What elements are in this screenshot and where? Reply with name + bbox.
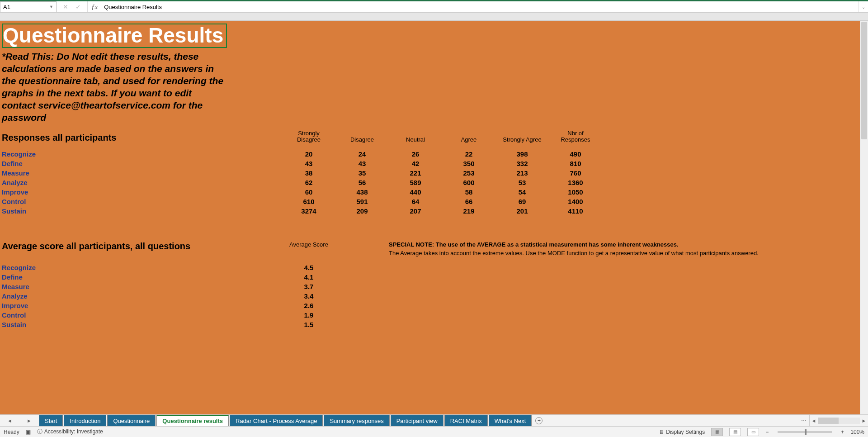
table-cell: 219 (442, 207, 495, 215)
add-sheet-button[interactable]: + (533, 415, 545, 426)
tabs-more-icon[interactable]: ⋯ (798, 415, 809, 426)
cancel-icon[interactable]: ✕ (63, 3, 68, 10)
sheet-tabs-bar: ◄ ► StartIntroductionQuestionnaireQuesti… (0, 414, 868, 426)
tab-nav-first-icon[interactable]: ◄ (7, 418, 12, 423)
sheet-tab[interactable]: Start (39, 415, 63, 426)
special-note-text: The Average takes into account the extre… (389, 250, 858, 256)
responses-heading: Responses all participants (2, 133, 282, 143)
name-box[interactable]: A1 ▼ (0, 1, 57, 12)
view-page-layout-icon[interactable]: ▤ (729, 428, 741, 436)
zoom-in-icon[interactable]: + (841, 429, 844, 435)
table-cell: 26 (389, 150, 442, 158)
table-cell: 1400 (549, 198, 602, 205)
col-header-disagree: Disagree (335, 136, 389, 143)
table-cell: 69 (495, 198, 549, 205)
table-row: Recognize20242622398490 (2, 149, 858, 159)
formula-expand-icon[interactable]: ⌄ (858, 1, 868, 12)
row-label: Analyze (2, 292, 282, 300)
sheet-tab[interactable]: RACI Matrix (444, 415, 488, 426)
horizontal-scrollbar[interactable]: ◄ ► (809, 415, 868, 426)
table-cell: 201 (495, 207, 549, 215)
row-label: Control (2, 311, 282, 319)
view-page-break-icon[interactable]: ▭ (747, 428, 759, 436)
table-cell: 589 (389, 179, 442, 186)
sheet-tab[interactable]: Summary responses (324, 415, 389, 426)
table-cell: 332 (495, 160, 549, 167)
table-cell: 35 (335, 169, 389, 177)
table-cell: 213 (495, 169, 549, 177)
table-cell: 1050 (549, 188, 602, 196)
display-settings-button[interactable]: 🖥Display Settings (659, 429, 705, 435)
vertical-scrollbar[interactable] (860, 21, 868, 414)
view-normal-icon[interactable]: ▦ (711, 428, 723, 436)
table-cell: 43 (282, 160, 335, 167)
avg-cell: 3.4 (282, 292, 335, 300)
table-cell: 58 (442, 188, 495, 196)
col-header-agree: Agree (442, 136, 495, 143)
table-cell: 20 (282, 150, 335, 158)
page-title[interactable]: Questionnaire Results (2, 24, 227, 48)
col-header-strongly-agree: Strongly Agree (495, 136, 549, 143)
col-header-strongly-disagree: StronglyDisagree (282, 130, 335, 143)
hscroll-right-icon[interactable]: ► (860, 418, 868, 423)
hscroll-thumb[interactable] (818, 418, 839, 424)
avg-cell: 4.1 (282, 273, 335, 281)
sheet-tab[interactable]: Participant view (391, 415, 443, 426)
name-box-dropdown-icon[interactable]: ▼ (49, 5, 53, 9)
zoom-level[interactable]: 100% (850, 429, 864, 435)
sheet-tab[interactable]: What's Next (489, 415, 532, 426)
row-label: Analyze (2, 179, 282, 186)
sheet-tab[interactable]: Questionnaire (107, 415, 156, 426)
status-bar: Ready ▣ ⓘAccessibility: Investigate 🖥Dis… (0, 426, 868, 437)
worksheet-area[interactable]: Questionnaire Results *Read This: Do Not… (0, 21, 860, 414)
table-row: Analyze6256589600531360 (2, 178, 858, 187)
table-cell: 398 (495, 150, 549, 158)
avg-cell: 1.9 (282, 311, 335, 319)
vertical-scrollbar-thumb[interactable] (861, 22, 867, 139)
warning-text: *Read This: Do Not edit these results, t… (2, 51, 228, 124)
row-label: Measure (2, 169, 282, 177)
table-row: Analyze3.4 (2, 291, 858, 301)
avg-cell: 2.6 (282, 302, 335, 309)
table-cell: 438 (335, 188, 389, 196)
avg-heading: Average score all participants, all ques… (2, 241, 282, 252)
table-cell: 4110 (549, 207, 602, 215)
table-cell: 54 (495, 188, 549, 196)
fx-icon[interactable]: ƒx (88, 1, 101, 12)
tab-nav-arrows[interactable]: ◄ ► (0, 415, 39, 426)
table-row: Control1.9 (2, 310, 858, 320)
table-cell: 440 (389, 188, 442, 196)
table-cell: 350 (442, 160, 495, 167)
column-header-strip[interactable] (0, 13, 868, 21)
macro-record-icon[interactable]: ▣ (26, 429, 31, 435)
confirm-icon[interactable]: ✓ (75, 3, 81, 10)
table-cell: 22 (442, 150, 495, 158)
special-note-bold: SPECIAL NOTE: The use of the AVERAGE as … (389, 241, 858, 248)
table-row: Measure3.7 (2, 282, 858, 291)
accessibility-status[interactable]: ⓘAccessibility: Investigate (37, 428, 103, 436)
table-cell: 591 (335, 198, 389, 205)
accessibility-icon: ⓘ (37, 428, 42, 435)
zoom-slider-knob[interactable] (805, 429, 807, 435)
table-row: Define4.1 (2, 272, 858, 282)
status-ready: Ready (4, 429, 19, 435)
table-cell: 760 (549, 169, 602, 177)
table-row: Sustain32742092072192014110 (2, 206, 858, 216)
table-cell: 60 (282, 188, 335, 196)
avg-col-label: Average Score (282, 241, 335, 248)
sheet-tab[interactable]: Introduction (64, 415, 106, 426)
table-row: Improve6043844058541050 (2, 187, 858, 197)
tab-nav-prev-icon[interactable]: ► (27, 418, 32, 423)
table-cell: 209 (335, 207, 389, 215)
row-label: Control (2, 198, 282, 205)
zoom-out-icon[interactable]: − (765, 429, 769, 435)
formula-input[interactable]: Questionnaire Results (101, 1, 858, 12)
sheet-tab[interactable]: Radar Chart - Process Average (230, 415, 323, 426)
table-cell: 62 (282, 179, 335, 186)
sheet-tab[interactable]: Questionnaire results (156, 415, 229, 426)
avg-cell: 1.5 (282, 321, 335, 328)
zoom-slider[interactable] (778, 431, 832, 433)
hscroll-left-icon[interactable]: ◄ (810, 418, 818, 423)
table-cell: 24 (335, 150, 389, 158)
table-row: Improve2.6 (2, 301, 858, 310)
